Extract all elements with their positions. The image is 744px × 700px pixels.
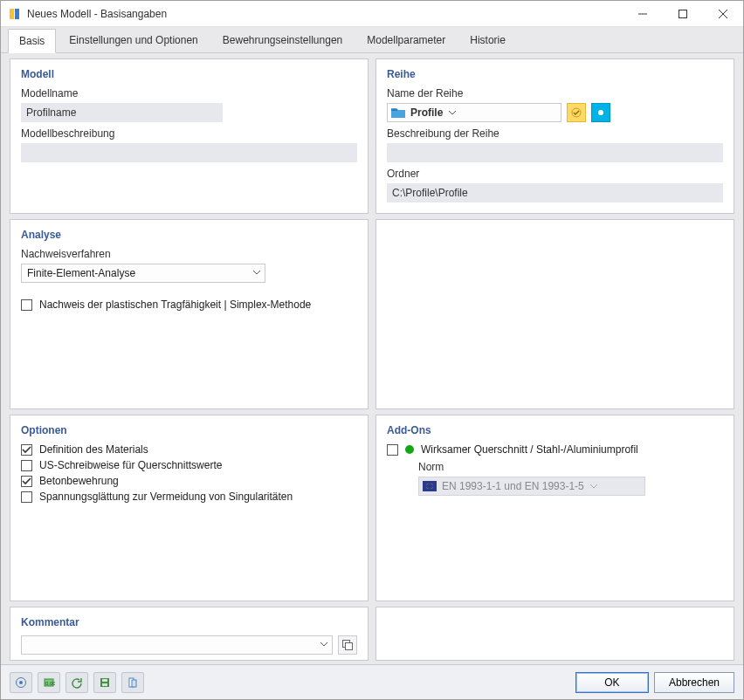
plastic-label: Nachweis der plastischen Tragfähigkeit |… [39,299,311,311]
tab-basis[interactable]: Basis [8,29,56,53]
kommentar-combo[interactable] [21,635,333,655]
option-1-checkbox[interactable] [21,460,32,471]
eu-flag-icon [423,481,437,491]
label-modellbeschreibung: Modellbeschreibung [21,127,357,140]
heading-modell: Modell [21,68,357,80]
panel-optionen: Optionen Definition des Materials US-Sch… [10,415,369,601]
panel-empty-1 [375,219,734,409]
chevron-down-icon [320,640,328,649]
norm-select: EN 1993-1-1 und EN 1993-1-5 [418,477,645,496]
tab-einstellungen[interactable]: Einstellungen und Optionen [58,28,209,52]
svg-rect-18 [102,683,107,686]
status-dot-icon [405,445,414,454]
dialog-window: Neues Modell - Basisangaben Basis Einste… [0,0,744,700]
reihe-beschreibung-input[interactable] [387,143,723,162]
svg-rect-3 [679,10,687,17]
tab-bewehrung[interactable]: Bewehrungseinstellungen [211,28,354,52]
cancel-button[interactable]: Abbrechen [654,672,734,693]
window-title: Neues Modell - Basisangaben [27,8,167,20]
label-reihe-name: Name der Reihe [387,87,723,100]
addon-effective-checkbox[interactable] [387,444,398,456]
option-0-label: Definition des Materials [39,443,148,456]
option-0-checkbox[interactable] [21,444,32,456]
addon-effective-label: Wirksamer Querschnitt / Stahl-/Aluminium… [421,443,638,456]
label-modellname: Modellname [21,87,357,100]
minimize-button[interactable] [623,1,663,27]
nachweisverfahren-value: Finite-Element-Analyse [27,267,135,279]
refresh-button[interactable] [65,672,88,693]
bottom-bar: 0.00 OK Abbrechen [1,664,743,699]
label-reihe-beschreibung: Beschreibung der Reihe [387,127,723,140]
save-button[interactable] [93,672,116,693]
label-ordner: Ordner [387,168,723,180]
svg-point-13 [19,681,23,684]
option-3-label: Spannungsglättung zur Vermeidung von Sin… [39,491,293,503]
svg-text:0.00: 0.00 [45,681,55,686]
heading-reihe: Reihe [387,68,723,80]
option-3[interactable]: Spannungsglättung zur Vermeidung von Sin… [21,491,357,503]
maximize-button[interactable] [663,1,703,27]
help-button[interactable] [10,672,32,693]
kommentar-library-button[interactable] [338,635,357,655]
reihe-select[interactable]: Profile [387,103,561,122]
option-3-checkbox[interactable] [21,491,32,503]
chevron-down-icon [448,108,457,117]
panel-analyse: Analyse Nachweisverfahren Finite-Element… [10,219,369,409]
option-2-label: Betonbewehrung [39,475,119,487]
series-new-button[interactable] [567,103,586,122]
option-2[interactable]: Betonbewehrung [21,475,357,487]
svg-point-9 [598,110,603,115]
svg-rect-17 [102,679,107,682]
norm-value: EN 1993-1-1 und EN 1993-1-5 [442,480,584,492]
units-button[interactable]: 0.00 [38,672,60,693]
svg-rect-11 [346,643,353,650]
series-cloud-button[interactable] [591,103,610,122]
ok-button[interactable]: OK [575,672,649,693]
title-bar: Neues Modell - Basisangaben [1,1,743,27]
tab-modellparameter[interactable]: Modellparameter [355,28,457,52]
chevron-down-icon [589,482,598,491]
heading-optionen: Optionen [21,424,357,436]
addon-effective-row[interactable]: Wirksamer Querschnitt / Stahl-/Aluminium… [387,443,723,456]
close-button[interactable] [703,1,743,27]
panel-modell: Modell Modellname Modellbeschreibung [10,58,369,214]
option-0[interactable]: Definition des Materials [21,443,357,456]
plastic-checkbox[interactable] [21,299,32,311]
option-2-checkbox[interactable] [21,476,32,487]
chevron-down-icon [252,268,261,277]
folder-icon [391,106,405,119]
heading-analyse: Analyse [21,229,357,241]
heading-addons: Add-Ons [387,424,723,436]
content-area: Modell Modellname Modellbeschreibung Rei… [1,53,743,664]
modellbeschreibung-input[interactable] [21,143,357,162]
nachweisverfahren-select[interactable]: Finite-Element-Analyse [21,264,265,283]
heading-kommentar: Kommentar [21,616,357,628]
reihe-value: Profile [410,106,443,119]
label-nachweisverfahren: Nachweisverfahren [21,248,357,260]
tab-bar: Basis Einstellungen und Optionen Bewehru… [1,27,743,53]
option-1[interactable]: US-Schreibweise für Querschnittswerte [21,459,357,471]
svg-rect-20 [132,680,136,687]
svg-rect-6 [391,109,397,111]
panel-kommentar: Kommentar [10,607,369,661]
tab-historie[interactable]: Historie [458,28,517,52]
panel-empty-2 [375,607,734,661]
report-button[interactable] [121,672,144,693]
svg-rect-1 [15,9,19,19]
modellname-input[interactable] [21,103,223,122]
plastic-check-row[interactable]: Nachweis der plastischen Tragfähigkeit |… [21,299,357,311]
svg-rect-0 [10,9,14,19]
label-norm: Norm [418,461,723,473]
panel-reihe: Reihe Name der Reihe Profile [375,58,734,214]
app-icon [8,7,22,21]
ordner-input [387,183,723,202]
panel-addons: Add-Ons Wirksamer Querschnitt / Stahl-/A… [375,415,734,601]
option-1-label: US-Schreibweise für Querschnittswerte [39,459,222,471]
